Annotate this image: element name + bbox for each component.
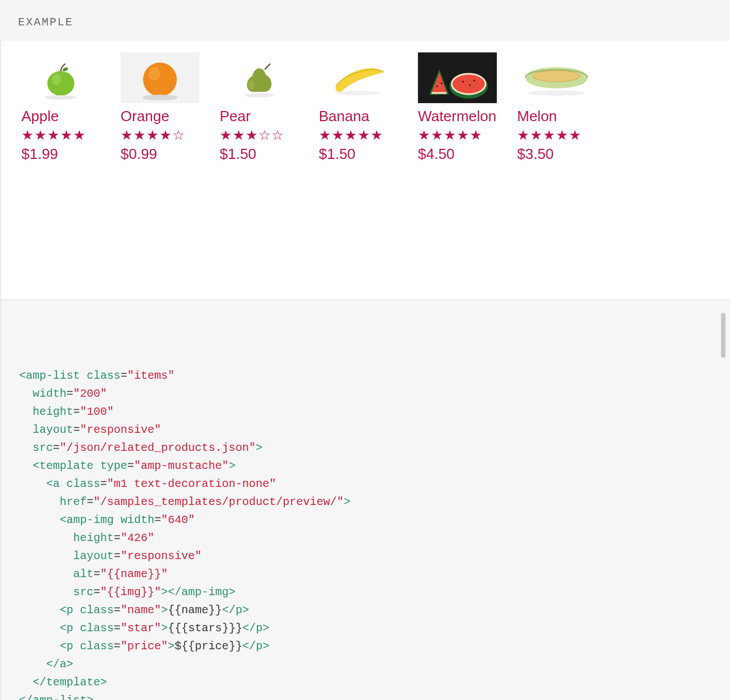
product-name: Banana: [319, 108, 370, 125]
product-card-pear[interactable]: Pear ★★★☆☆ $1.50: [220, 52, 299, 277]
product-price: $1.99: [21, 145, 58, 163]
svg-point-6: [143, 63, 177, 96]
product-price: $3.50: [517, 145, 554, 163]
svg-point-22: [441, 83, 443, 85]
product-card-watermelon[interactable]: Watermelon ★★★★★ $4.50: [418, 52, 497, 277]
svg-point-11: [244, 93, 274, 98]
product-stars: ★★★★☆: [121, 127, 185, 143]
code-content: <amp-list class="items" width="200" heig…: [19, 367, 712, 700]
product-name: Pear: [220, 108, 251, 125]
svg-point-18: [462, 81, 464, 83]
product-price: $1.50: [220, 145, 256, 163]
product-stars: ★★★★★: [21, 127, 86, 143]
product-stars: ★★★★★: [517, 127, 582, 143]
svg-point-8: [142, 95, 178, 100]
product-image-apple: [21, 52, 100, 103]
scrollbar[interactable]: [721, 313, 725, 358]
product-name: Watermelon: [418, 108, 496, 125]
product-image-melon: [517, 52, 596, 103]
products-row: Apple ★★★★★ $1.99 Orange ★★★★☆ $0.99: [0, 41, 730, 300]
svg-point-10: [248, 81, 255, 90]
product-price: $0.99: [121, 145, 157, 163]
svg-point-4: [45, 95, 77, 100]
example-label: EXAMPLE: [18, 16, 73, 29]
product-card-banana[interactable]: Banana ★★★★★ $1.50: [319, 52, 398, 277]
product-image-watermelon: [418, 52, 497, 103]
product-image-pear: [220, 52, 299, 103]
product-card-melon[interactable]: Melon ★★★★★ $3.50: [517, 52, 596, 277]
example-header: EXAMPLE: [0, 0, 730, 41]
product-price: $4.50: [418, 145, 455, 163]
svg-point-20: [474, 80, 475, 82]
product-stars: ★★★☆☆: [220, 127, 284, 143]
svg-point-2: [52, 74, 61, 85]
svg-point-21: [437, 86, 438, 87]
product-card-apple[interactable]: Apple ★★★★★ $1.99: [21, 52, 100, 277]
product-image-orange: [121, 52, 199, 103]
product-card-orange[interactable]: Orange ★★★★☆ $0.99: [121, 52, 199, 277]
svg-point-7: [149, 67, 160, 81]
product-name: Orange: [121, 108, 170, 125]
product-stars: ★★★★★: [418, 127, 483, 143]
product-name: Melon: [517, 108, 557, 125]
product-image-banana: [319, 52, 398, 103]
svg-point-1: [47, 71, 74, 96]
product-price: $1.50: [319, 145, 355, 163]
svg-point-26: [528, 90, 585, 96]
product-stars: ★★★★★: [319, 127, 384, 143]
product-name: Apple: [21, 108, 59, 125]
svg-point-13: [336, 91, 381, 95]
code-block: <amp-list class="items" width="200" heig…: [0, 300, 730, 700]
svg-point-19: [469, 85, 471, 86]
